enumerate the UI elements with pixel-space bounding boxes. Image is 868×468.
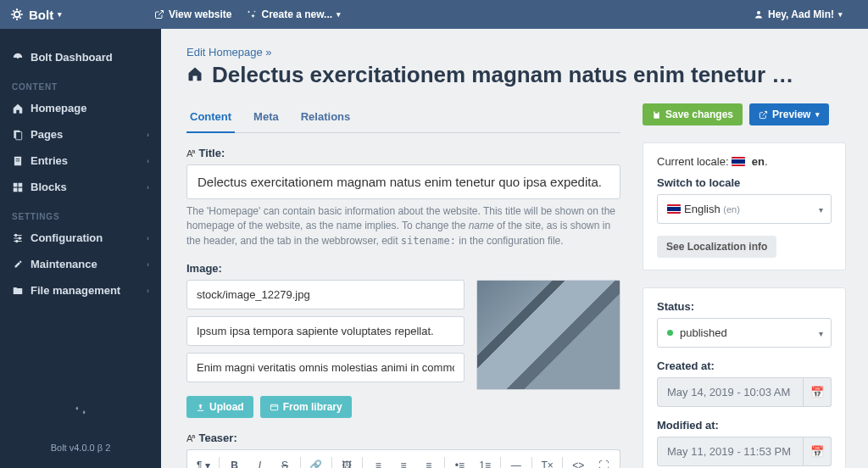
- page-title: Delectus exercitationem magnam natus eni…: [212, 62, 793, 88]
- svg-point-0: [14, 12, 20, 18]
- tab-meta[interactable]: Meta: [250, 103, 282, 132]
- teaser-field-label: Aª Teaser:: [186, 432, 620, 444]
- status-dot-icon: [667, 330, 673, 336]
- image-title-input[interactable]: [186, 316, 465, 346]
- align-center-button[interactable]: ≡: [391, 454, 416, 468]
- sidebar-item-label: Entries: [31, 154, 68, 167]
- image-thumbnail[interactable]: [476, 280, 620, 390]
- image-path-input[interactable]: [186, 280, 465, 309]
- topbar: Bolt ▾ View website Create a new... ▾ He…: [0, 0, 868, 29]
- upload-icon: [196, 403, 205, 412]
- locale-panel: Current locale: en. Switch to locale Eng…: [643, 142, 846, 270]
- status-panel: Status: published ▾ Created at: 📅: [643, 287, 846, 468]
- sidebar-item-blocks[interactable]: Blocks ›: [0, 174, 161, 200]
- tab-relations[interactable]: Relations: [298, 103, 354, 132]
- calendar-icon[interactable]: 📅: [803, 377, 832, 407]
- list-ul-button[interactable]: •≡: [448, 454, 473, 468]
- swap-icon: [74, 404, 87, 416]
- chevron-right-icon: ›: [147, 131, 149, 139]
- version-label: Bolt v4.0.0 β 2: [0, 427, 161, 468]
- user-menu[interactable]: Hey, Aad Min! ▾: [754, 8, 843, 20]
- brand-label: Bolt: [29, 8, 53, 22]
- link-button[interactable]: 🔗: [303, 454, 329, 468]
- sidebar-section-settings: SETTINGS: [0, 200, 161, 225]
- sidebar-item-label: Blocks: [31, 181, 67, 193]
- svg-rect-15: [270, 404, 277, 410]
- sidebar-item-configuration[interactable]: Configuration ›: [0, 225, 161, 251]
- title-field-label: Aª Title:: [186, 147, 620, 159]
- text-icon: Aª: [186, 148, 194, 159]
- sidebar-item-label: File management: [31, 284, 120, 297]
- calendar-icon[interactable]: 📅: [803, 437, 832, 466]
- svg-rect-9: [19, 182, 23, 187]
- italic-button[interactable]: I: [247, 454, 272, 468]
- user-greeting: Hey, Aad Min!: [768, 8, 834, 20]
- external-link-icon: [154, 9, 164, 20]
- code-button[interactable]: <>: [565, 454, 591, 468]
- modified-label: Modified at:: [657, 419, 832, 432]
- sidebar-item-label: Bolt Dashboard: [31, 51, 113, 64]
- sidebar-item-pages[interactable]: Pages ›: [0, 121, 161, 148]
- view-website-link[interactable]: View website: [154, 8, 231, 20]
- clear-format-button[interactable]: T×: [535, 454, 560, 468]
- fullscreen-button[interactable]: ⛶: [591, 454, 616, 468]
- home-icon: [12, 103, 24, 114]
- sidebar-item-label: Maintenance: [31, 258, 97, 270]
- tabs: Content Meta Relations: [186, 103, 620, 133]
- svg-rect-6: [16, 159, 20, 159]
- main-content: Edit Homepage » Delectus exercitationem …: [161, 29, 868, 468]
- bolt-logo-icon: [10, 8, 24, 21]
- list-ol-button[interactable]: 1≡: [472, 454, 498, 468]
- svg-point-13: [19, 237, 20, 238]
- switch-locale-label: Switch to locale: [657, 176, 832, 189]
- save-icon: [652, 110, 661, 120]
- locale-select[interactable]: English (en): [657, 194, 832, 224]
- see-localization-button[interactable]: See Localization info: [657, 236, 776, 258]
- preview-icon: [759, 110, 768, 120]
- created-label: Created at:: [657, 359, 832, 372]
- sidebar-item-dashboard[interactable]: Bolt Dashboard: [0, 44, 161, 70]
- title-input[interactable]: [186, 164, 620, 199]
- save-button[interactable]: Save changes: [643, 103, 743, 125]
- flag-icon: [667, 204, 681, 214]
- sidebar-item-maintenance[interactable]: Maintenance ›: [0, 251, 161, 277]
- align-left-button[interactable]: ≡: [365, 454, 391, 468]
- sidebar-item-entries[interactable]: Entries ›: [0, 148, 161, 174]
- breadcrumb[interactable]: Edit Homepage »: [186, 46, 846, 58]
- library-icon: [270, 403, 279, 412]
- paragraph-button[interactable]: ¶ ▾: [191, 454, 216, 468]
- from-library-button[interactable]: From library: [260, 396, 352, 418]
- brand[interactable]: Bolt ▾: [10, 8, 154, 22]
- chevron-right-icon: ›: [147, 183, 149, 192]
- status-select[interactable]: published: [657, 318, 832, 348]
- title-help: The 'Homepage' can contain basic informa…: [186, 204, 620, 248]
- current-locale: Current locale: en.: [657, 155, 832, 168]
- strike-button[interactable]: S: [272, 454, 298, 468]
- preview-button[interactable]: Preview: [749, 103, 829, 125]
- upload-button[interactable]: Upload: [186, 396, 253, 418]
- create-new-menu[interactable]: Create a new... ▾: [247, 8, 341, 20]
- tab-content[interactable]: Content: [186, 103, 235, 133]
- sidebar-collapse[interactable]: [0, 396, 161, 427]
- dashboard-icon: [12, 52, 24, 64]
- svg-rect-4: [16, 131, 22, 139]
- hr-button[interactable]: —: [504, 454, 529, 468]
- chevron-right-icon: ›: [147, 234, 149, 242]
- flag-icon: [732, 157, 745, 166]
- image-button[interactable]: 🖼: [335, 454, 360, 468]
- sidebar-item-filemanagement[interactable]: File management ›: [0, 277, 161, 304]
- folder-icon: [12, 285, 24, 297]
- pages-icon: [12, 129, 24, 141]
- image-alt-input[interactable]: [186, 353, 465, 382]
- view-website-label: View website: [169, 8, 231, 20]
- svg-rect-8: [14, 182, 18, 187]
- svg-point-2: [17, 56, 19, 58]
- user-icon: [754, 9, 764, 20]
- svg-rect-7: [16, 160, 20, 161]
- create-new-label: Create a new...: [261, 8, 332, 20]
- sidebar-item-label: Pages: [31, 128, 63, 141]
- chevron-right-icon: ›: [147, 287, 149, 295]
- align-right-button[interactable]: ≡: [416, 454, 442, 468]
- bold-button[interactable]: B: [222, 454, 248, 468]
- sidebar-item-homepage[interactable]: Homepage: [0, 95, 161, 121]
